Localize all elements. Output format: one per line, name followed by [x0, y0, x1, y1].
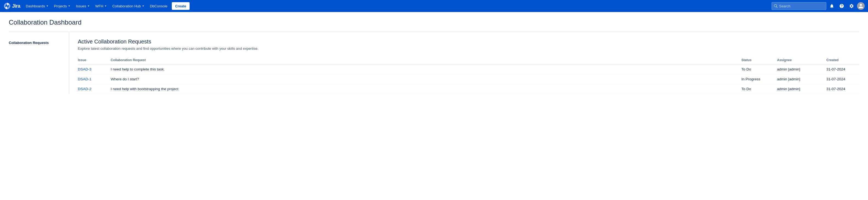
issue-link[interactable]: DSAD-2	[78, 87, 92, 91]
nav-issues-label: Issues	[76, 4, 86, 8]
cell-status: To Do	[741, 84, 777, 94]
chevron-down-icon: ▼	[104, 5, 107, 7]
sidebar-item-collaboration-requests[interactable]: Collaboration Requests	[9, 39, 64, 47]
cell-created: 31-07-2024	[826, 65, 859, 74]
cell-assignee: admin [admin]	[777, 65, 826, 74]
col-header-assignee: Assignee	[777, 56, 826, 65]
col-header-created: Created	[826, 56, 859, 65]
table-row: DSAD-2 I need help with bootstrapping th…	[78, 84, 859, 94]
settings-button[interactable]	[847, 2, 856, 10]
help-button[interactable]	[837, 2, 846, 10]
collaboration-table: Issue Collaboration Request Status Assig…	[78, 56, 859, 94]
cell-created: 31-07-2024	[826, 74, 859, 84]
cell-issue: DSAD-1	[78, 74, 111, 84]
chevron-down-icon: ▼	[142, 5, 145, 7]
settings-icon	[849, 4, 854, 8]
chevron-down-icon: ▼	[46, 5, 49, 7]
nav-dashboards[interactable]: Dashboards ▼	[24, 0, 51, 12]
cell-request: I need help with bootstrapping the proje…	[111, 84, 741, 94]
section-title: Active Collaboration Requests	[78, 39, 859, 45]
issue-link[interactable]: DSAD-3	[78, 67, 92, 71]
nav-dbconsole[interactable]: DbConsole	[148, 0, 169, 12]
nav-wfh[interactable]: WFH ▼	[93, 0, 109, 12]
cell-created: 31-07-2024	[826, 84, 859, 94]
nav-projects[interactable]: Projects ▼	[52, 0, 72, 12]
cell-request: I need help to complete this task.	[111, 65, 741, 74]
issue-link[interactable]: DSAD-1	[78, 77, 92, 81]
page-content: Collaboration Dashboard Collaboration Re…	[0, 12, 868, 101]
user-icon	[858, 3, 864, 9]
page-title: Collaboration Dashboard	[9, 18, 859, 26]
create-button[interactable]: Create	[172, 2, 189, 10]
notifications-button[interactable]	[828, 2, 836, 10]
logo-text: Jira	[12, 3, 20, 9]
cell-request: Where do I start?	[111, 74, 741, 84]
cell-status: In Progress	[741, 74, 777, 84]
nav-dbconsole-label: DbConsole	[150, 4, 167, 8]
cell-issue: DSAD-3	[78, 65, 111, 74]
avatar[interactable]	[857, 2, 865, 10]
help-icon	[839, 4, 844, 8]
chevron-down-icon: ▼	[68, 5, 70, 7]
search-icon	[774, 4, 778, 8]
search-input[interactable]	[779, 4, 824, 8]
chevron-down-icon: ▼	[87, 5, 90, 7]
cell-assignee: admin [admin]	[777, 74, 826, 84]
nav-projects-label: Projects	[54, 4, 67, 8]
bell-icon	[829, 4, 834, 8]
section-description: Explore latest collaboration requests an…	[78, 46, 859, 50]
col-header-request: Collaboration Request	[111, 56, 741, 65]
main-panel: Active Collaboration Requests Explore la…	[69, 32, 859, 94]
sidebar: Collaboration Requests	[9, 32, 69, 94]
table-row: DSAD-1 Where do I start? In Progress adm…	[78, 74, 859, 84]
jira-logo[interactable]: Jira	[3, 2, 20, 10]
col-header-issue: Issue	[78, 56, 111, 65]
nav-wfh-label: WFH	[95, 4, 103, 8]
cell-status: To Do	[741, 65, 777, 74]
cell-issue: DSAD-2	[78, 84, 111, 94]
main-layout: Collaboration Requests Active Collaborat…	[9, 32, 859, 94]
nav-dashboards-label: Dashboards	[26, 4, 45, 8]
nav-issues[interactable]: Issues ▼	[74, 0, 92, 12]
table-row: DSAD-3 I need help to complete this task…	[78, 65, 859, 74]
nav-collaboration-hub[interactable]: Collaboration Hub ▼	[110, 0, 147, 12]
search-box[interactable]	[772, 2, 826, 10]
cell-assignee: admin [admin]	[777, 84, 826, 94]
navbar: Jira Dashboards ▼ Projects ▼ Issues ▼ WF…	[0, 0, 868, 12]
col-header-status: Status	[741, 56, 777, 65]
nav-collaboration-hub-label: Collaboration Hub	[112, 4, 141, 8]
